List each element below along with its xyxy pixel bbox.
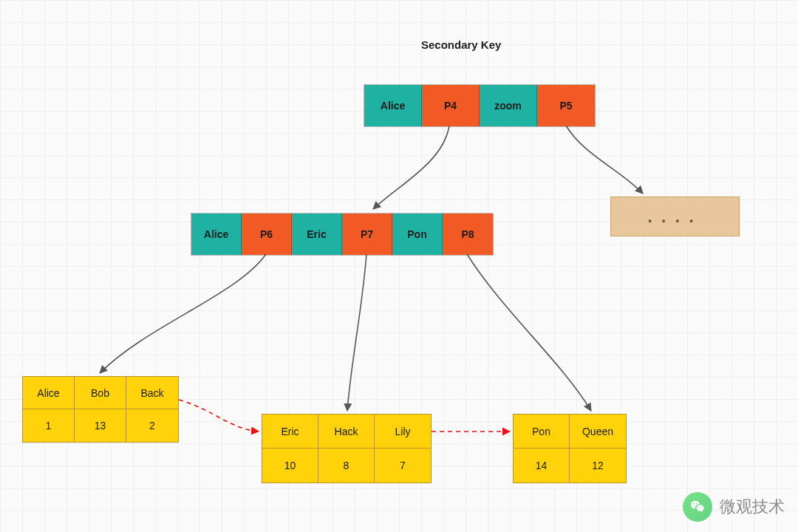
edge-p7-leaf2 <box>347 254 366 411</box>
leaf2-k1: Hack <box>318 415 375 449</box>
root-key-0: Alice <box>364 85 422 126</box>
int-ptr-p6: P6 <box>242 214 292 255</box>
leaf1-v0: 1 <box>23 409 75 442</box>
root-ptr-p5: P5 <box>537 85 595 126</box>
wechat-icon <box>683 492 712 522</box>
root-key-1: zoom <box>480 85 537 126</box>
int-key-0: Alice <box>191 214 242 255</box>
leaf2-v0: 10 <box>262 449 318 482</box>
overflow-node: .... <box>610 197 740 236</box>
int-ptr-p7: P7 <box>342 214 392 255</box>
edge-p4-internal <box>373 126 449 209</box>
watermark-text: 微观技术 <box>720 496 785 518</box>
diagram-title: Secondary Key <box>421 38 501 51</box>
watermark: 微观技术 <box>683 492 785 522</box>
root-ptr-p4: P4 <box>422 85 480 126</box>
leaf1-k1: Bob <box>75 377 126 409</box>
edge-p6-leaf1 <box>100 254 266 373</box>
root-node: Alice P4 zoom P5 <box>364 84 596 127</box>
edge-p8-leaf3 <box>467 254 591 411</box>
leaf3-k1: Queen <box>570 415 626 449</box>
leaf3-k0: Pon <box>514 415 570 449</box>
leaf-node-2: Eric Hack Lily 10 8 7 <box>262 414 432 483</box>
internal-node: Alice P6 Eric P7 Pon P8 <box>191 213 494 256</box>
leaf3-v0: 14 <box>514 449 570 482</box>
leaf-node-1: Alice Bob Back 1 13 2 <box>22 376 179 443</box>
int-key-1: Eric <box>292 214 342 255</box>
leaf2-v1: 8 <box>318 449 375 482</box>
edge-leaf1-leaf2 <box>179 400 259 432</box>
leaf-node-3: Pon Queen 14 12 <box>513 414 627 483</box>
leaf1-v1: 13 <box>75 409 126 442</box>
leaf2-v2: 7 <box>375 449 431 482</box>
int-key-2: Pon <box>392 214 443 255</box>
leaf1-k2: Back <box>126 377 178 409</box>
leaf1-v2: 2 <box>126 409 178 442</box>
leaf3-v1: 12 <box>570 449 626 482</box>
leaf2-k0: Eric <box>262 415 318 449</box>
leaf2-k2: Lily <box>375 415 431 449</box>
edge-p5-overflow <box>566 126 643 194</box>
leaf1-k0: Alice <box>23 377 75 409</box>
int-ptr-p8: P8 <box>443 214 493 255</box>
